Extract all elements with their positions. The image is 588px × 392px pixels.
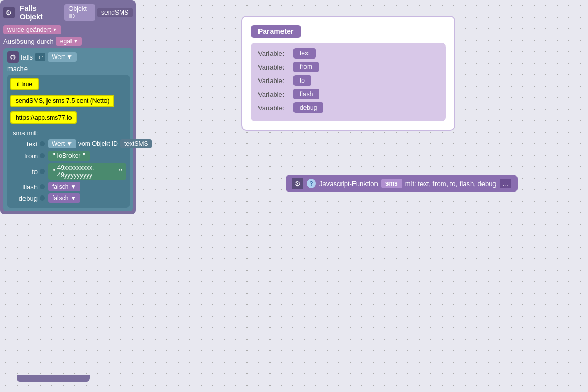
var-from-label: Variable:	[258, 63, 289, 71]
arrow-return-icon: ↩	[38, 54, 43, 61]
wurde-row: wurde geändert ▼	[3, 25, 133, 34]
var-debug-label: Variable:	[258, 104, 289, 112]
text-label: text	[17, 140, 38, 148]
iftrue-block: if true	[10, 78, 39, 90]
param-text-row: text Wert ▼ vom Objekt ID textSMS	[17, 139, 126, 148]
vom-obj-label: vom Objekt ID	[78, 140, 118, 147]
falls-block-title: Falls Objekt	[18, 3, 61, 22]
falls-label: falls	[21, 53, 33, 61]
flash-label: flash	[17, 183, 38, 191]
debug-value-badge[interactable]: falsch ▼	[48, 193, 80, 203]
var-row-flash: Variable: flash	[258, 89, 439, 99]
text-obj-id[interactable]: textSMS	[120, 139, 152, 148]
sms-badge[interactable]: sms	[381, 179, 402, 188]
objekt-id-value[interactable]: sendSMS	[97, 8, 133, 17]
wurde-dropdown[interactable]: wurde geändert ▼	[3, 25, 61, 34]
wert-dropdown[interactable]: Wert ▼	[48, 52, 77, 62]
mache-label: mache	[7, 65, 28, 73]
inner-gear-icon[interactable]: ⚙	[7, 51, 19, 63]
var-row-from: Variable: from	[258, 62, 439, 72]
iftrue-row: if true	[10, 78, 126, 93]
question-icon[interactable]: ?	[307, 179, 316, 188]
comment-block-2: https://app.sms77.io	[10, 111, 77, 124]
comment2-row: https://app.sms77.io	[10, 111, 126, 126]
connector-to	[40, 169, 45, 174]
js-function-block: ⚙ ? Javascript-Funktion sms mit: text, f…	[286, 175, 518, 192]
connector-from	[40, 153, 45, 158]
connector-plug: ↩	[35, 53, 45, 61]
sms-params: text Wert ▼ vom Objekt ID textSMS from "	[10, 139, 126, 203]
ausloesung-dropdown[interactable]: egal ▼	[56, 37, 83, 46]
param-from-row: from " ioBroker "	[17, 151, 126, 161]
to-value-pill[interactable]: " 49xxxxxxxxx, 49yyyyyyyyy "	[48, 163, 126, 180]
js-func-mit: mit: text, from, to, flash, debug	[405, 180, 497, 188]
objekt-id-label: Objekt ID	[64, 4, 95, 21]
from-label: from	[17, 152, 38, 160]
var-flash-badge[interactable]: flash	[293, 89, 319, 99]
var-flash-label: Variable:	[258, 90, 289, 98]
connector-debug	[40, 195, 45, 201]
ausloesung-row: Auslösung durch egal ▼	[3, 37, 133, 46]
falls-row: ⚙ falls ↩ Wert ▼	[7, 51, 130, 63]
var-debug-badge[interactable]: debug	[293, 102, 323, 113]
js-func-label: Javascript-Funktion	[319, 180, 378, 188]
var-to-badge[interactable]: to	[293, 75, 311, 86]
mache-block: if true sendSMS, je sms 7.5 cent (Netto)…	[7, 75, 130, 208]
sms-mit-label: sms mit:	[10, 129, 126, 137]
var-text-label: Variable:	[258, 50, 289, 57]
connector-text	[40, 141, 45, 146]
param-flash-row: flash falsch ▼	[17, 182, 126, 191]
js-ellipsis-button[interactable]: ...	[500, 179, 511, 188]
var-row-debug: Variable: debug	[258, 102, 439, 113]
var-to-label: Variable:	[258, 77, 289, 85]
to-label: to	[17, 168, 38, 176]
var-from-badge[interactable]: from	[293, 62, 319, 72]
comment1-row: sendSMS, je sms 7.5 cent (Netto)	[10, 95, 126, 109]
falls-block: ⚙ Falls Objekt Objekt ID sendSMS wurde g…	[0, 0, 136, 214]
var-row-text: Variable: text	[258, 48, 439, 59]
comment-block-1: sendSMS, je sms 7.5 cent (Netto)	[10, 95, 114, 107]
falls-block-header: ⚙ Falls Objekt Objekt ID sendSMS	[3, 3, 133, 22]
param-to-row: to " 49xxxxxxxxx, 49yyyyyyyyy "	[17, 163, 126, 180]
bottom-connector	[17, 375, 90, 382]
param-popup-inner: Variable: text Variable: from Variable: …	[251, 43, 446, 121]
ausloesung-label: Auslösung durch	[3, 38, 54, 45]
gear-icon[interactable]: ⚙	[3, 7, 15, 18]
flash-value-badge[interactable]: falsch ▼	[48, 182, 80, 191]
falls-inner-block: ⚙ falls ↩ Wert ▼ mache if true sendSMS, …	[3, 48, 133, 211]
var-text-badge[interactable]: text	[293, 48, 316, 59]
js-gear-icon[interactable]: ⚙	[292, 178, 303, 189]
connector-flash	[40, 184, 45, 189]
var-row-to: Variable: to	[258, 75, 439, 86]
param-header: Parameter	[251, 25, 301, 38]
mache-row: mache	[7, 65, 130, 73]
parameter-popup: Parameter Variable: text Variable: from …	[241, 16, 455, 131]
from-value-pill[interactable]: " ioBroker "	[48, 151, 90, 161]
text-wert-pill[interactable]: Wert ▼	[48, 139, 76, 148]
debug-label: debug	[17, 194, 38, 202]
param-debug-row: debug falsch ▼	[17, 193, 126, 203]
